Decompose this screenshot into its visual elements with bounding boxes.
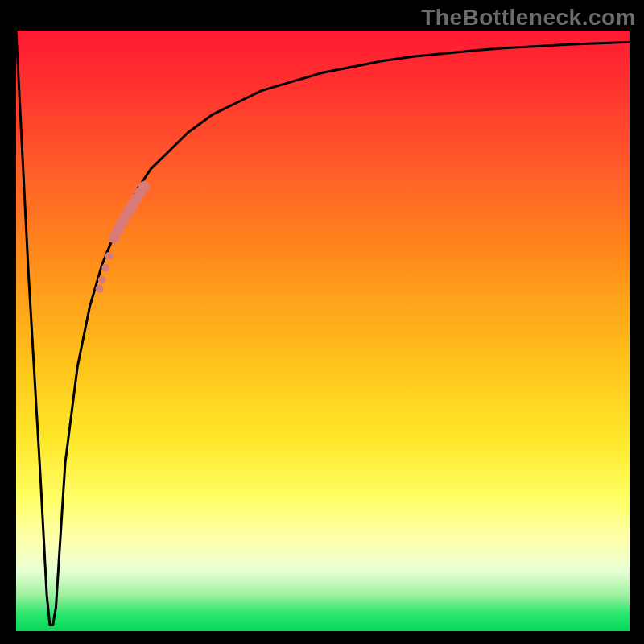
chart-root: TheBottleneck.com <box>0 0 644 644</box>
chart-frame <box>16 31 630 631</box>
highlight-point <box>105 252 114 260</box>
watermark-text: TheBottleneck.com <box>421 5 636 31</box>
chart-svg <box>16 31 630 631</box>
highlight-point <box>138 181 150 192</box>
highlight-markers <box>96 181 150 293</box>
bottleneck-curve <box>16 31 630 625</box>
highlight-point <box>98 276 106 284</box>
highlight-point <box>96 285 104 293</box>
highlight-point <box>101 264 109 272</box>
